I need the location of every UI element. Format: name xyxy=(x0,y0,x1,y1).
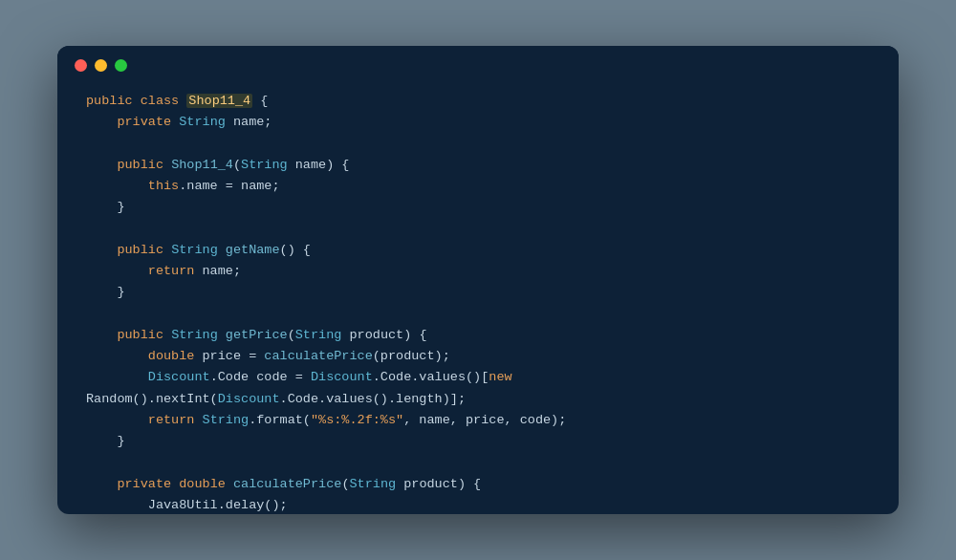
code-editor-window: public class Shop11_4 { private String n… xyxy=(57,46,899,514)
titlebar xyxy=(57,46,899,81)
code-line xyxy=(86,304,870,325)
code-line: } xyxy=(86,431,870,452)
code-line: } xyxy=(86,197,870,218)
code-line: } xyxy=(86,282,870,303)
minimize-button[interactable] xyxy=(95,59,107,72)
close-button[interactable] xyxy=(75,59,87,72)
code-line: public Shop11_4(String name) { xyxy=(86,155,870,176)
code-line xyxy=(86,134,870,155)
code-line xyxy=(86,219,870,240)
code-line: this.name = name; xyxy=(86,176,870,197)
maximize-button[interactable] xyxy=(115,59,127,72)
code-line: Random().nextInt(Discount.Code.values().… xyxy=(86,389,870,410)
code-line: double price = calculatePrice(product); xyxy=(86,346,870,367)
code-line: public String getName() { xyxy=(86,240,870,261)
code-line: public class Shop11_4 { xyxy=(86,91,870,112)
code-line xyxy=(86,453,870,474)
code-line: public String getPrice(String product) { xyxy=(86,325,870,346)
code-line: return String.format("%s:%.2f:%s", name,… xyxy=(86,410,870,431)
code-display: public class Shop11_4 { private String n… xyxy=(57,81,899,514)
code-line: return name; xyxy=(86,261,870,282)
code-line: private double calculatePrice(String pro… xyxy=(86,474,870,495)
code-line: private String name; xyxy=(86,112,870,133)
code-line: Java8Util.delay(); xyxy=(86,495,870,514)
code-line: Discount.Code code = Discount.Code.value… xyxy=(86,367,870,388)
